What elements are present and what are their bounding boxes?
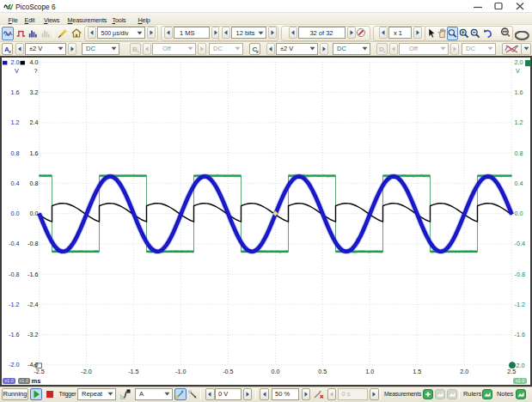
svg-text:4.0: 4.0 bbox=[30, 58, 39, 66]
svg-text:-2.5: -2.5 bbox=[34, 368, 44, 375]
svg-text:0.0: 0.0 bbox=[515, 210, 523, 217]
svg-text:-3.2: -3.2 bbox=[28, 331, 38, 338]
svg-text:0.0: 0.0 bbox=[30, 210, 39, 217]
svg-text:0.0: 0.0 bbox=[11, 210, 20, 217]
svg-text:0.8: 0.8 bbox=[515, 149, 523, 157]
svg-text:-1.0: -1.0 bbox=[175, 368, 186, 375]
svg-text:0.4: 0.4 bbox=[515, 180, 523, 187]
svg-text:-1.6: -1.6 bbox=[9, 331, 19, 338]
svg-text:-1.6: -1.6 bbox=[515, 331, 525, 338]
svg-text:1.5: 1.5 bbox=[413, 368, 421, 375]
svg-text:1.6: 1.6 bbox=[11, 88, 20, 96]
svg-text:-2.0: -2.0 bbox=[9, 361, 19, 368]
svg-text:-0.8: -0.8 bbox=[515, 271, 525, 278]
svg-text:-1.2: -1.2 bbox=[515, 301, 525, 308]
svg-text:-0.8: -0.8 bbox=[9, 271, 19, 278]
svg-text:1.2: 1.2 bbox=[515, 119, 523, 126]
svg-text:3.2: 3.2 bbox=[30, 88, 39, 96]
svg-text:-1.2: -1.2 bbox=[9, 301, 19, 308]
svg-text:2.4: 2.4 bbox=[30, 119, 39, 126]
svg-text:2.0: 2.0 bbox=[460, 368, 468, 375]
svg-text:2.0: 2.0 bbox=[515, 58, 523, 66]
svg-text:0.8: 0.8 bbox=[30, 180, 39, 187]
svg-text:?: ? bbox=[34, 67, 38, 75]
svg-text:1.6: 1.6 bbox=[515, 88, 523, 96]
svg-text:-0.8: -0.8 bbox=[28, 240, 38, 247]
svg-text:2.5: 2.5 bbox=[507, 368, 516, 375]
svg-text:-0.4: -0.4 bbox=[515, 240, 525, 247]
svg-text:-0.5: -0.5 bbox=[223, 368, 233, 375]
svg-text:-2.0: -2.0 bbox=[81, 368, 91, 375]
svg-text:2.0: 2.0 bbox=[517, 362, 525, 369]
svg-text:-2.4: -2.4 bbox=[28, 301, 38, 308]
svg-text:1.2: 1.2 bbox=[11, 119, 20, 126]
svg-text:-1.6: -1.6 bbox=[28, 271, 38, 278]
svg-text:V: V bbox=[516, 67, 520, 75]
svg-text:1.6: 1.6 bbox=[30, 149, 39, 157]
svg-text:0.5: 0.5 bbox=[318, 368, 327, 375]
svg-text:0.4: 0.4 bbox=[11, 180, 20, 187]
svg-text:0.8: 0.8 bbox=[11, 149, 20, 157]
svg-text:V: V bbox=[15, 67, 19, 75]
svg-text:-1.5: -1.5 bbox=[128, 368, 138, 375]
svg-text:0.0: 0.0 bbox=[271, 368, 279, 375]
svg-text:-0.4: -0.4 bbox=[9, 240, 19, 247]
svg-text:2.0: 2.0 bbox=[11, 58, 20, 66]
svg-text:1.0: 1.0 bbox=[365, 368, 374, 375]
